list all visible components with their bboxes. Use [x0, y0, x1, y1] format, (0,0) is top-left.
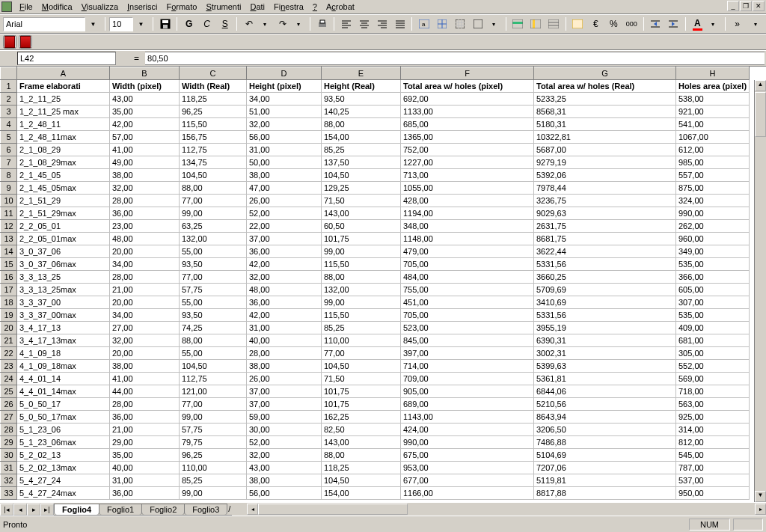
cell[interactable]: 52,00: [247, 436, 322, 449]
cell[interactable]: 2_1_45_05: [17, 169, 110, 182]
cell[interactable]: 4_1_09_18max: [17, 360, 110, 373]
cell[interactable]: 77,00: [180, 195, 247, 207]
cell[interactable]: 563,00: [676, 398, 750, 411]
row-header-28[interactable]: 28: [1, 424, 17, 436]
cell[interactable]: 2_1_08_29max: [17, 156, 110, 169]
cell[interactable]: 685,00: [401, 118, 534, 131]
cell[interactable]: 112,75: [180, 373, 247, 385]
menu-file[interactable]: File: [15, 1, 37, 12]
cell[interactable]: 6844,06: [534, 385, 676, 398]
cell[interactable]: 705,00: [401, 309, 534, 322]
cell[interactable]: 535,00: [676, 258, 750, 271]
scroll-up-button[interactable]: ▲: [755, 80, 766, 91]
cell[interactable]: 5233,25: [534, 93, 676, 106]
col-header-D[interactable]: D: [247, 67, 322, 80]
cell[interactable]: 3410,69: [534, 296, 676, 309]
row-header-5[interactable]: 5: [1, 131, 17, 144]
cell[interactable]: 38,00: [110, 169, 180, 182]
cell[interactable]: 262,00: [676, 220, 750, 233]
cell[interactable]: 605,00: [676, 284, 750, 296]
insert-cols-button[interactable]: [528, 16, 544, 32]
cell[interactable]: 2_2_05_01max: [17, 233, 110, 245]
cell[interactable]: 104,50: [322, 474, 401, 487]
cell[interactable]: 990,00: [401, 436, 534, 449]
decrease-indent-button[interactable]: [648, 16, 664, 32]
cell[interactable]: 28,00: [247, 347, 322, 360]
cell[interactable]: 32,00: [247, 118, 322, 131]
sheet-tab-foglio3[interactable]: Foglio3: [184, 504, 227, 515]
row-header-15[interactable]: 15: [1, 258, 17, 271]
cell[interactable]: 112,75: [180, 144, 247, 156]
sheet-nav-prev[interactable]: ◂: [13, 504, 27, 516]
cell[interactable]: 2_1_51_29: [17, 195, 110, 207]
row-header-31[interactable]: 31: [1, 462, 17, 474]
justify-button[interactable]: [392, 16, 408, 32]
cell[interactable]: 35,00: [110, 449, 180, 462]
cell[interactable]: 10322,81: [534, 131, 676, 144]
sheet-nav-next[interactable]: ▸: [27, 504, 40, 516]
cell[interactable]: 4_1_09_18: [17, 347, 110, 360]
cell[interactable]: 3_4_17_13: [17, 322, 110, 334]
cell[interactable]: 3_0_37_06max: [17, 258, 110, 271]
row-header-20[interactable]: 20: [1, 322, 17, 334]
header-cell[interactable]: Height (pixel): [247, 80, 322, 93]
cell[interactable]: 5_2_02_13max: [17, 462, 110, 474]
cell[interactable]: 37,00: [247, 233, 322, 245]
cell[interactable]: 115,50: [180, 118, 247, 131]
cell[interactable]: 349,00: [676, 245, 750, 258]
cell[interactable]: 451,00: [401, 296, 534, 309]
col-header-H[interactable]: H: [676, 67, 750, 80]
menu-formato[interactable]: Formato: [162, 1, 201, 12]
cell[interactable]: 48,00: [247, 284, 322, 296]
cell[interactable]: 55,00: [180, 347, 247, 360]
underline-button[interactable]: S: [217, 16, 233, 32]
cell[interactable]: 85,25: [180, 474, 247, 487]
cell[interactable]: 5_4_27_24max: [17, 487, 110, 500]
cell[interactable]: 4_4_01_14max: [17, 385, 110, 398]
cell[interactable]: 29,00: [110, 436, 180, 449]
window-minimize[interactable]: _: [727, 1, 739, 11]
cell[interactable]: 5180,31: [534, 118, 676, 131]
header-cell[interactable]: Frame elaborati: [17, 80, 110, 93]
cell[interactable]: 557,00: [676, 169, 750, 182]
autoformat-button[interactable]: [570, 16, 586, 32]
euro-button[interactable]: €: [588, 16, 604, 32]
cell[interactable]: 307,00: [676, 296, 750, 309]
cell[interactable]: 985,00: [676, 156, 750, 169]
cell[interactable]: 35,00: [110, 106, 180, 118]
cell[interactable]: 47,00: [247, 182, 322, 195]
header-cell[interactable]: Width (Real): [180, 80, 247, 93]
cell[interactable]: 36,00: [110, 487, 180, 500]
cell[interactable]: 56,00: [247, 131, 322, 144]
cell[interactable]: 2_1_45_05max: [17, 182, 110, 195]
cell[interactable]: 324,00: [676, 195, 750, 207]
cell[interactable]: 55,00: [180, 296, 247, 309]
row-header-7[interactable]: 7: [1, 156, 17, 169]
cell[interactable]: 154,00: [322, 487, 401, 500]
cell[interactable]: 714,00: [401, 360, 534, 373]
cell[interactable]: 50,00: [247, 156, 322, 169]
cell[interactable]: 60,50: [322, 220, 401, 233]
header-cell[interactable]: Holes area (pixel): [676, 80, 750, 93]
cell[interactable]: 705,00: [401, 258, 534, 271]
cell[interactable]: 1143,00: [401, 411, 534, 424]
menu-strumenti[interactable]: Strumenti: [201, 1, 245, 12]
cell[interactable]: 2_1_51_29max: [17, 207, 110, 220]
cell[interactable]: 104,50: [322, 360, 401, 373]
window-restore[interactable]: ❐: [740, 1, 752, 11]
cell[interactable]: 104,50: [322, 169, 401, 182]
cell[interactable]: 49,00: [110, 156, 180, 169]
cell[interactable]: 104,50: [180, 360, 247, 373]
font-color-dropdown[interactable]: ▾: [705, 16, 721, 32]
row-header-4[interactable]: 4: [1, 118, 17, 131]
cell[interactable]: 36,00: [110, 207, 180, 220]
cell[interactable]: 20,00: [110, 296, 180, 309]
cell[interactable]: 31,00: [110, 474, 180, 487]
cell[interactable]: 9029,63: [534, 207, 676, 220]
cell[interactable]: 5361,81: [534, 373, 676, 385]
cell[interactable]: 32,00: [110, 334, 180, 347]
cell[interactable]: 21,00: [110, 424, 180, 436]
col-header-F[interactable]: F: [401, 67, 534, 80]
cell[interactable]: 26,00: [247, 373, 322, 385]
cell[interactable]: 52,00: [247, 207, 322, 220]
